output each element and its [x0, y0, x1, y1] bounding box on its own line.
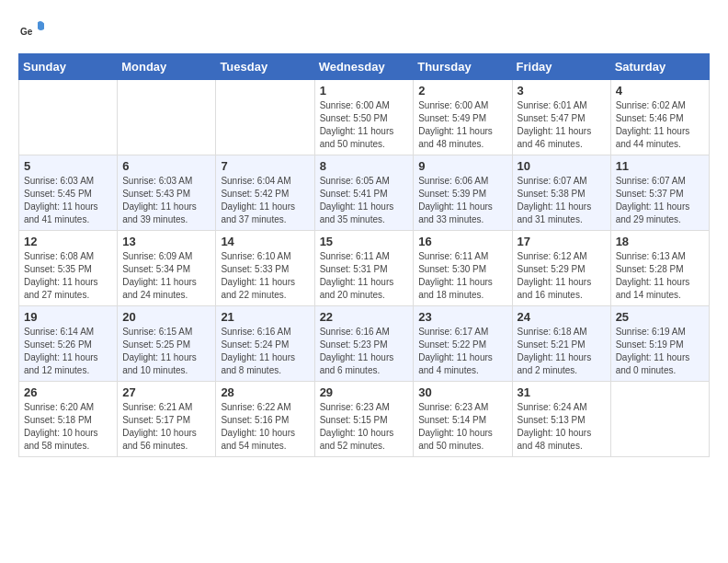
- weekday-header-sunday: Sunday: [19, 54, 118, 80]
- calendar-cell: 28Sunrise: 6:22 AM Sunset: 5:16 PM Dayli…: [216, 382, 314, 457]
- calendar-cell: 3Sunrise: 6:01 AM Sunset: 5:47 PM Daylig…: [512, 80, 610, 155]
- calendar-cell: 21Sunrise: 6:16 AM Sunset: 5:24 PM Dayli…: [216, 306, 314, 382]
- day-info: Sunrise: 6:24 AM Sunset: 5:13 PM Dayligh…: [518, 401, 606, 453]
- day-number: 20: [122, 310, 210, 324]
- calendar-cell: 24Sunrise: 6:18 AM Sunset: 5:21 PM Dayli…: [512, 306, 610, 382]
- day-number: 28: [221, 385, 309, 399]
- svg-text:Ge: Ge: [20, 27, 33, 37]
- calendar-cell: 19Sunrise: 6:14 AM Sunset: 5:26 PM Dayli…: [19, 306, 118, 382]
- calendar-week-row: 12Sunrise: 6:08 AM Sunset: 5:35 PM Dayli…: [19, 231, 710, 306]
- calendar-week-row: 5Sunrise: 6:03 AM Sunset: 5:45 PM Daylig…: [19, 155, 710, 231]
- day-info: Sunrise: 6:07 AM Sunset: 5:37 PM Dayligh…: [616, 175, 704, 226]
- logo: Ge: [18, 18, 46, 44]
- day-info: Sunrise: 6:04 AM Sunset: 5:42 PM Dayligh…: [221, 175, 309, 226]
- calendar-cell: 20Sunrise: 6:15 AM Sunset: 5:25 PM Dayli…: [118, 306, 216, 382]
- day-number: 18: [616, 235, 704, 248]
- calendar-week-row: 19Sunrise: 6:14 AM Sunset: 5:26 PM Dayli…: [19, 306, 710, 382]
- day-number: 14: [221, 235, 309, 248]
- calendar-cell: 8Sunrise: 6:05 AM Sunset: 5:41 PM Daylig…: [314, 155, 414, 231]
- calendar-cell: 4Sunrise: 6:02 AM Sunset: 5:46 PM Daylig…: [610, 80, 709, 155]
- page-header: Ge: [18, 18, 710, 44]
- calendar-cell: 15Sunrise: 6:11 AM Sunset: 5:31 PM Dayli…: [314, 231, 414, 306]
- day-info: Sunrise: 6:20 AM Sunset: 5:18 PM Dayligh…: [24, 401, 112, 453]
- day-number: 22: [320, 310, 409, 324]
- calendar-cell: 23Sunrise: 6:17 AM Sunset: 5:22 PM Dayli…: [414, 306, 512, 382]
- day-number: 26: [24, 385, 112, 399]
- day-number: 13: [122, 235, 210, 248]
- day-number: 30: [418, 385, 506, 399]
- weekday-header-tuesday: Tuesday: [216, 54, 314, 80]
- calendar-week-row: 26Sunrise: 6:20 AM Sunset: 5:18 PM Dayli…: [19, 382, 710, 457]
- day-info: Sunrise: 6:13 AM Sunset: 5:28 PM Dayligh…: [616, 250, 704, 302]
- day-info: Sunrise: 6:18 AM Sunset: 5:21 PM Dayligh…: [518, 326, 606, 377]
- day-info: Sunrise: 6:15 AM Sunset: 5:25 PM Dayligh…: [122, 326, 210, 377]
- calendar-cell: 1Sunrise: 6:00 AM Sunset: 5:50 PM Daylig…: [314, 80, 414, 155]
- weekday-header-monday: Monday: [118, 54, 216, 80]
- day-number: 1: [320, 84, 409, 98]
- calendar-cell: 13Sunrise: 6:09 AM Sunset: 5:34 PM Dayli…: [118, 231, 216, 306]
- calendar-week-row: 1Sunrise: 6:00 AM Sunset: 5:50 PM Daylig…: [19, 80, 710, 155]
- day-info: Sunrise: 6:11 AM Sunset: 5:30 PM Dayligh…: [418, 250, 506, 302]
- day-number: 17: [518, 235, 606, 248]
- calendar-cell: 16Sunrise: 6:11 AM Sunset: 5:30 PM Dayli…: [414, 231, 512, 306]
- day-number: 19: [24, 310, 112, 324]
- day-info: Sunrise: 6:00 AM Sunset: 5:49 PM Dayligh…: [418, 99, 506, 151]
- day-info: Sunrise: 6:06 AM Sunset: 5:39 PM Dayligh…: [418, 175, 506, 226]
- day-number: 23: [418, 310, 506, 324]
- weekday-header-row: SundayMondayTuesdayWednesdayThursdayFrid…: [19, 54, 710, 80]
- weekday-header-saturday: Saturday: [610, 54, 709, 80]
- day-info: Sunrise: 6:09 AM Sunset: 5:34 PM Dayligh…: [122, 250, 210, 302]
- day-info: Sunrise: 6:23 AM Sunset: 5:15 PM Dayligh…: [320, 401, 409, 453]
- calendar-cell: 5Sunrise: 6:03 AM Sunset: 5:45 PM Daylig…: [19, 155, 118, 231]
- day-info: Sunrise: 6:22 AM Sunset: 5:16 PM Dayligh…: [221, 401, 309, 453]
- day-number: 15: [320, 235, 409, 248]
- calendar-cell: 30Sunrise: 6:23 AM Sunset: 5:14 PM Dayli…: [414, 382, 512, 457]
- calendar-cell: 18Sunrise: 6:13 AM Sunset: 5:28 PM Dayli…: [610, 231, 709, 306]
- day-number: 4: [616, 84, 704, 98]
- day-number: 10: [518, 159, 606, 173]
- calendar-cell: 29Sunrise: 6:23 AM Sunset: 5:15 PM Dayli…: [314, 382, 414, 457]
- day-info: Sunrise: 6:12 AM Sunset: 5:29 PM Dayligh…: [518, 250, 606, 302]
- calendar-cell: 2Sunrise: 6:00 AM Sunset: 5:49 PM Daylig…: [414, 80, 512, 155]
- day-number: 16: [418, 235, 506, 248]
- calendar-cell: [610, 382, 709, 457]
- calendar-cell: 6Sunrise: 6:03 AM Sunset: 5:43 PM Daylig…: [118, 155, 216, 231]
- day-info: Sunrise: 6:02 AM Sunset: 5:46 PM Dayligh…: [616, 99, 704, 151]
- calendar-cell: 26Sunrise: 6:20 AM Sunset: 5:18 PM Dayli…: [19, 382, 118, 457]
- calendar-cell: 17Sunrise: 6:12 AM Sunset: 5:29 PM Dayli…: [512, 231, 610, 306]
- weekday-header-wednesday: Wednesday: [314, 54, 414, 80]
- day-number: 25: [616, 310, 704, 324]
- calendar-cell: 9Sunrise: 6:06 AM Sunset: 5:39 PM Daylig…: [414, 155, 512, 231]
- day-info: Sunrise: 6:08 AM Sunset: 5:35 PM Dayligh…: [24, 250, 112, 302]
- day-info: Sunrise: 6:03 AM Sunset: 5:45 PM Dayligh…: [24, 175, 112, 226]
- day-info: Sunrise: 6:21 AM Sunset: 5:17 PM Dayligh…: [122, 401, 210, 453]
- day-info: Sunrise: 6:16 AM Sunset: 5:23 PM Dayligh…: [320, 326, 409, 377]
- day-info: Sunrise: 6:10 AM Sunset: 5:33 PM Dayligh…: [221, 250, 309, 302]
- day-number: 21: [221, 310, 309, 324]
- day-number: 8: [320, 159, 409, 173]
- weekday-header-thursday: Thursday: [414, 54, 512, 80]
- calendar-cell: [19, 80, 118, 155]
- calendar-cell: [118, 80, 216, 155]
- calendar-cell: 31Sunrise: 6:24 AM Sunset: 5:13 PM Dayli…: [512, 382, 610, 457]
- calendar-cell: 22Sunrise: 6:16 AM Sunset: 5:23 PM Dayli…: [314, 306, 414, 382]
- day-number: 3: [518, 84, 606, 98]
- calendar-cell: 11Sunrise: 6:07 AM Sunset: 5:37 PM Dayli…: [610, 155, 709, 231]
- day-info: Sunrise: 6:03 AM Sunset: 5:43 PM Dayligh…: [122, 175, 210, 226]
- day-number: 11: [616, 159, 704, 173]
- calendar: SundayMondayTuesdayWednesdayThursdayFrid…: [18, 53, 710, 457]
- calendar-cell: 10Sunrise: 6:07 AM Sunset: 5:38 PM Dayli…: [512, 155, 610, 231]
- calendar-cell: 7Sunrise: 6:04 AM Sunset: 5:42 PM Daylig…: [216, 155, 314, 231]
- weekday-header-friday: Friday: [512, 54, 610, 80]
- calendar-cell: 25Sunrise: 6:19 AM Sunset: 5:19 PM Dayli…: [610, 306, 709, 382]
- day-info: Sunrise: 6:07 AM Sunset: 5:38 PM Dayligh…: [518, 175, 606, 226]
- day-info: Sunrise: 6:17 AM Sunset: 5:22 PM Dayligh…: [418, 326, 506, 377]
- day-info: Sunrise: 6:01 AM Sunset: 5:47 PM Dayligh…: [518, 99, 606, 151]
- calendar-cell: [216, 80, 314, 155]
- day-number: 9: [418, 159, 506, 173]
- day-info: Sunrise: 6:23 AM Sunset: 5:14 PM Dayligh…: [418, 401, 506, 453]
- day-info: Sunrise: 6:00 AM Sunset: 5:50 PM Dayligh…: [320, 99, 409, 151]
- day-number: 6: [122, 159, 210, 173]
- logo-icon: Ge: [18, 18, 44, 44]
- day-number: 7: [221, 159, 309, 173]
